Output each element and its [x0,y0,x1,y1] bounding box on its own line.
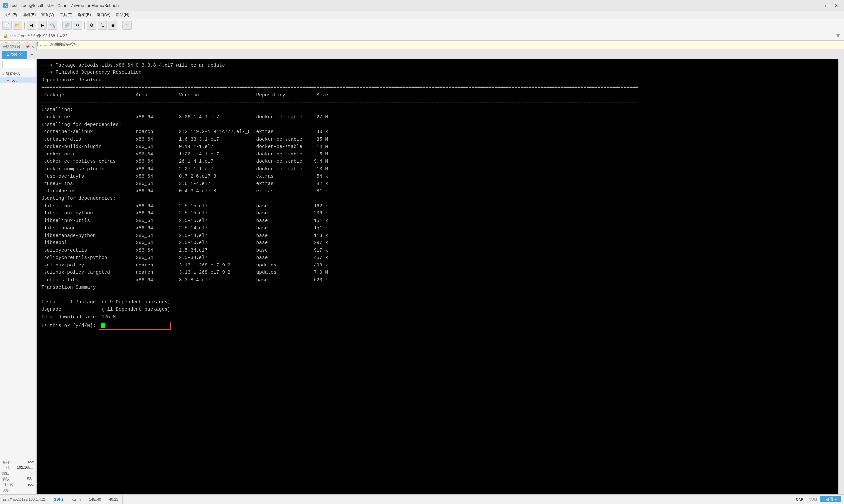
terminal-line: Installing for dependencies: [41,121,834,128]
menu-help[interactable]: 帮助(H) [113,12,132,18]
tab-close-icon[interactable]: ✕ [19,52,22,57]
info-row-name: 名称 root [2,460,34,465]
sidebar-item-label: root [11,78,17,82]
toolbar-settings[interactable]: ⚙ [87,21,96,30]
terminal-prompt-line: Is this ok [y/d/N]: [41,322,834,330]
terminal-line: ========================================… [41,291,834,299]
sidebar-search-input[interactable] [2,61,34,68]
terminal-line: selinux-policy noarch 3.13.1-268.el7_9.2… [41,262,834,269]
session-manager-pin[interactable]: 📌 [25,45,30,49]
tab-root[interactable]: 1 root ✕ [2,50,27,59]
terminal-line: container-selinux noarch 2:2.119.2-1.911… [41,128,834,136]
info-value-port: 22 [30,471,34,476]
title-bar: X root - root@localhost:~ - Xshell 7 (Fr… [0,0,844,11]
toolbar-sep2 [60,22,60,29]
session-manager-close[interactable]: ✕ [31,45,34,49]
terminal-line: docker-ce-cli x86_64 1:26.1.4-1.el7 dock… [41,150,834,158]
terminal-line: Dependencies Resolved [41,76,834,84]
terminal-line: fuse3-libs x86_64 3.6.1-4.el7 extras 82 … [41,180,834,187]
terminal-line: Package Arch Version Repository Size [41,91,834,98]
info-label-desc: 说明 [2,488,10,493]
status-right-area: CAP NUM 1 会话 ▲ [793,496,841,502]
toolbar-search[interactable]: 🔍 [48,21,57,30]
info-value-name: root [28,460,34,465]
info-value-username: root [28,482,34,487]
sidebar-item-root[interactable]: ● root [0,77,36,83]
terminal-line: policycoreutils x86_64 2.5-34.el7 base 9… [41,247,834,254]
status-address-text: ssh://root@192.168.1.4:22 [3,498,46,501]
terminal-line: slirp4netns x86_64 0.4.3-4.el7_8 extras … [41,187,834,195]
status-address: ssh://root@192.168.1.4:22 [3,495,50,504]
terminal-line: docker-buildx-plugin x86_64 0.14.1-1.el7… [41,143,834,150]
terminal-line: policycoreutils-python x86_64 2.5-34.el7… [41,254,834,261]
tab-bar: 会话管理器 📌 ✕ 1 root ✕ + [0,49,844,59]
terminal-line: libsemanage-python x86_64 2.5-14.el7 bas… [41,232,834,239]
terminal-line: libsemanage x86_64 2.5-14.el7 base 151 k [41,224,834,232]
menu-options[interactable]: 选项(B) [75,12,93,18]
toolbar-sep4 [120,22,120,29]
session-icon: ● [7,78,9,82]
tab-add-button[interactable]: + [28,51,36,59]
sidebar-search-area [0,59,36,71]
status-ssh2-label: SSH2 [54,498,64,501]
toolbar-connect[interactable]: 🔗 [62,21,71,30]
menu-tools[interactable]: 工具(T) [57,12,75,18]
terminal-line: docker-ce x86_64 3:26.1.4-1.el7 docker-c… [41,113,834,121]
menu-edit[interactable]: 编辑(E) [20,12,38,18]
terminal-line: fuse-overlayfs x86_64 0.7.2-6.el7_8 extr… [41,173,834,180]
terminal-line: docker-ce-rootless-extras x86_64 26.1.4-… [41,158,834,165]
notification-bar: 💬 要添加当前会话，点击左侧的箭头按钮。 [0,40,844,49]
menu-view[interactable]: 查看(V) [38,12,57,18]
app-icon: X [3,3,8,8]
toolbar-back[interactable]: ◀ [27,21,36,30]
terminal-line: --> Finished Dependency Resolution [41,69,834,76]
expand-icon: ▽ [2,72,4,76]
terminal-line: ========================================… [41,98,834,106]
toolbar-help[interactable]: ? [122,21,132,30]
status-zoom: 40.21 [109,498,118,501]
terminal-line: Updating for dependencies: [41,195,834,202]
terminal-line: setools-libs x86_64 3.3.8-4.el7 base 620… [41,276,834,284]
toolbar-transfer[interactable]: ⇅ [98,21,107,30]
toolbar-new-session[interactable]: 📄 [2,21,12,30]
status-bar: ssh://root@192.168.1.4:22 SSH2 xterm 145… [0,494,844,504]
address-dropdown-icon[interactable]: ▼ [835,32,841,39]
toolbar-disconnect[interactable]: ✂ [73,21,82,30]
minimize-button[interactable]: — [812,2,821,9]
close-button[interactable]: ✕ [832,2,841,9]
menu-bar: 文件(F) 编辑(E) 查看(V) 工具(T) 选项(B) 窗口(W) 帮助(H… [0,11,844,19]
status-terminal-type: xterm [72,498,81,501]
terminal-prompt-text: Is this ok [y/d/N]: [41,322,99,329]
status-terminal-item: xterm [68,495,85,504]
terminal[interactable]: ---> Package setools-libs.x86_64 0:3.3.8… [37,59,839,494]
terminal-line: Upgrade ( 11 Dependent packages) [41,306,834,313]
menu-file[interactable]: 文件(F) [2,12,20,18]
terminal-line: Installing: [41,106,834,113]
maximize-button[interactable]: □ [822,2,831,9]
info-label-host: 主机 [2,466,10,470]
terminal-line: ========================================… [41,84,834,91]
terminal-line: ---> Package setools-libs.x86_64 0:3.3.8… [41,61,834,69]
main-content: ▽ 所有会话 ● root 名称 root 主机 192.168.... 端 [0,59,844,494]
toolbar-forward[interactable]: ▶ [38,21,47,30]
toolbar-terminal[interactable]: ▣ [108,21,117,30]
terminal-prompt-input-box[interactable] [99,322,171,330]
sidebar: ▽ 所有会话 ● root 名称 root 主机 192.168.... 端 [0,59,37,494]
status-ssh-item: SSH2 [50,495,68,504]
session-manager-label: 会话管理器 📌 ✕ [0,43,37,51]
menu-window[interactable]: 窗口(W) [93,12,113,18]
sidebar-group-all-sessions[interactable]: ▽ 所有会话 [0,71,36,77]
terminal-line: Transaction Summary [41,284,834,291]
address-lock-icon: 🔒 [3,33,8,38]
status-cap-label: CAP [793,498,806,501]
tab-label: 1 root [7,52,17,57]
scrollbar[interactable] [839,59,844,494]
terminal-line: libselinux-python x86_64 2.5-15.el7 base… [41,210,834,217]
terminal-line: Install 1 Package (+ 9 Dependent package… [41,299,834,306]
toolbar-open[interactable]: 📂 [13,21,22,30]
sessions-button[interactable]: 1 会话 ▲ [820,496,841,502]
toolbar: 📄 📂 ◀ ▶ 🔍 🔗 ✂ ⚙ ⇅ ▣ ? [0,19,844,31]
terminal-line: libselinux-utils x86_64 2.5-15.el7 base … [41,217,834,224]
terminal-line: Total download size: 125 M [41,313,834,321]
info-label-port: 端口 [2,471,10,476]
